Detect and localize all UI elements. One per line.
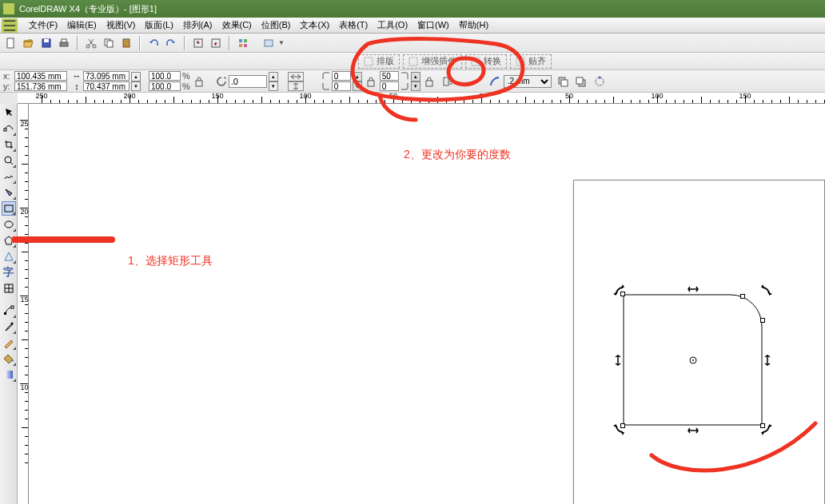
- corner-left-spinner[interactable]: ▲▼: [353, 72, 362, 91]
- copy-button[interactable]: [101, 35, 117, 51]
- menu-arrange[interactable]: 排列(A): [178, 19, 217, 31]
- table-tool[interactable]: [2, 281, 16, 296]
- menu-tools[interactable]: 工具(O): [373, 19, 412, 31]
- svg-point-33: [5, 157, 11, 163]
- node[interactable]: [740, 294, 745, 299]
- svg-rect-18: [365, 58, 373, 65]
- docker-arrange[interactable]: 排版: [358, 54, 400, 69]
- menu-edit[interactable]: 编辑(E): [62, 19, 102, 31]
- corner-br-input[interactable]: [380, 81, 399, 91]
- x-input[interactable]: [14, 71, 67, 81]
- skew-handle-right[interactable]: [761, 354, 774, 367]
- welcome-button[interactable]: [261, 35, 277, 51]
- rotation-spinner[interactable]: ▲▼: [269, 72, 278, 91]
- size-spinner[interactable]: ▲▼: [131, 72, 141, 91]
- open-button[interactable]: [21, 35, 37, 51]
- zoom-tool[interactable]: [2, 153, 16, 168]
- skew-handle-top[interactable]: [687, 283, 699, 296]
- corner-lock2-button[interactable]: [422, 72, 436, 91]
- import-button[interactable]: [190, 35, 206, 51]
- menu-help[interactable]: 帮助(H): [454, 19, 493, 31]
- svg-rect-37: [4, 312, 6, 315]
- corner-lock-button[interactable]: [364, 72, 378, 91]
- skew-handle-bottom[interactable]: [687, 424, 699, 437]
- svg-point-35: [5, 221, 13, 228]
- eyedropper-tool[interactable]: [2, 319, 16, 334]
- canvas[interactable]: [29, 104, 825, 504]
- ruler-vertical[interactable]: 250200150100: [18, 104, 29, 504]
- scale-y-input[interactable]: [149, 81, 181, 91]
- smart-fill-tool[interactable]: [2, 185, 16, 200]
- ruler-horizontal[interactable]: 25020015010050050100150: [18, 93, 825, 104]
- menu-bitmap[interactable]: 位图(B): [257, 19, 296, 31]
- svg-rect-15: [239, 44, 242, 47]
- corner-bl-input[interactable]: [332, 81, 351, 91]
- mirror-v-button[interactable]: [288, 81, 304, 91]
- node[interactable]: [760, 318, 765, 323]
- width-input[interactable]: [83, 71, 130, 81]
- title-bar: CorelDRAW X4（专业版）- [图形1]: [0, 0, 825, 18]
- to-front-button[interactable]: [555, 73, 571, 89]
- corner-bl-icon: [321, 81, 331, 91]
- node[interactable]: [620, 292, 625, 296]
- interactive-fill-tool[interactable]: [2, 367, 16, 382]
- skew-handle-left[interactable]: [612, 354, 624, 367]
- outline-width-select[interactable]: .2 mm: [504, 75, 552, 88]
- cut-button[interactable]: [83, 35, 99, 51]
- scale-x-input[interactable]: [149, 71, 181, 81]
- print-button[interactable]: [56, 35, 72, 51]
- menu-text[interactable]: 文本(X): [295, 19, 334, 31]
- outline-tool[interactable]: [2, 335, 16, 350]
- ellipse-tool[interactable]: [2, 217, 16, 232]
- freehand-tool[interactable]: [2, 169, 16, 184]
- menu-file[interactable]: 文件(F): [24, 19, 62, 31]
- crop-tool[interactable]: [2, 137, 16, 152]
- svg-rect-25: [444, 77, 448, 85]
- basic-shapes-tool[interactable]: [2, 249, 16, 264]
- docker-transform[interactable]: 转换: [465, 54, 507, 69]
- corner-tl-input[interactable]: [332, 71, 351, 81]
- lock-ratio-button[interactable]: [192, 72, 206, 91]
- node[interactable]: [760, 423, 765, 428]
- pick-tool[interactable]: [2, 105, 16, 120]
- height-input[interactable]: [83, 81, 130, 91]
- menu-layout[interactable]: 版面(L): [140, 19, 177, 31]
- convert-curves-button[interactable]: [592, 73, 608, 89]
- docker-enhance[interactable]: 增强插件: [403, 54, 462, 69]
- docker-align[interactable]: 贴齐: [510, 54, 552, 69]
- text-tool[interactable]: 字: [2, 265, 16, 280]
- redo-button[interactable]: [163, 35, 179, 51]
- svg-rect-16: [244, 44, 247, 47]
- corner-tr-input[interactable]: [380, 71, 399, 81]
- save-button[interactable]: [38, 35, 54, 51]
- rectangle-tool[interactable]: [2, 201, 16, 216]
- rotation-input[interactable]: [229, 75, 267, 88]
- menu-table[interactable]: 表格(T): [334, 19, 373, 31]
- polygon-tool[interactable]: [2, 233, 16, 248]
- menu-effects[interactable]: 效果(C): [217, 19, 257, 31]
- menu-view[interactable]: 视图(V): [102, 19, 141, 31]
- scale-group: % %: [149, 71, 190, 91]
- to-back-button[interactable]: [572, 73, 588, 89]
- rotate-handle-tr[interactable]: [761, 283, 774, 296]
- corner-right-spinner[interactable]: ▲▼: [411, 72, 420, 91]
- interactive-tool[interactable]: [2, 304, 16, 318]
- menu-window[interactable]: 窗口(W): [412, 19, 454, 31]
- svg-rect-40: [5, 371, 13, 379]
- fill-tool[interactable]: [2, 351, 16, 366]
- center-marker[interactable]: [688, 355, 698, 365]
- paste-button[interactable]: [118, 35, 134, 51]
- wrap-text-button[interactable]: [440, 73, 456, 89]
- app-menu-button[interactable]: [2, 18, 18, 33]
- mirror-h-button[interactable]: [288, 72, 304, 81]
- new-button[interactable]: [3, 35, 19, 51]
- node[interactable]: [620, 423, 625, 428]
- svg-rect-3: [60, 42, 68, 46]
- width-icon: ↔: [72, 71, 82, 81]
- svg-rect-22: [196, 81, 202, 86]
- undo-button[interactable]: [145, 35, 161, 51]
- export-button[interactable]: [208, 35, 224, 51]
- shape-tool[interactable]: [2, 121, 16, 136]
- y-input[interactable]: [14, 81, 67, 91]
- app-launcher-button[interactable]: [235, 35, 251, 51]
